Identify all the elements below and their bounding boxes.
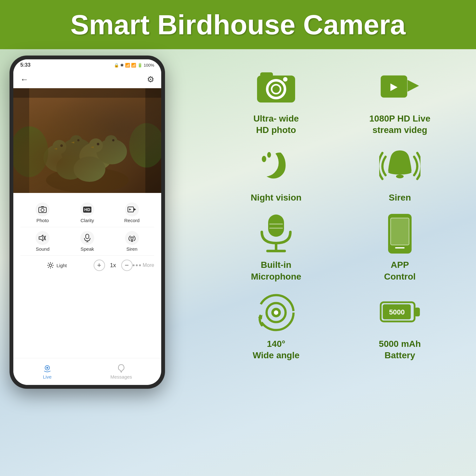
light-inline: Light bbox=[47, 262, 67, 269]
svg-line-48 bbox=[48, 267, 49, 268]
feature-battery: 5000 5000 mAhBattery bbox=[343, 292, 457, 361]
controls-section: Photo HD Clarity bbox=[13, 193, 161, 281]
phone-outer: 5:33 🔒 ✱ 📶 📶 🔋 100% ← ⚙ bbox=[10, 56, 165, 389]
camera-icon-wrap bbox=[255, 67, 297, 108]
zoom-out-button[interactable]: − bbox=[121, 260, 133, 271]
svg-point-50 bbox=[136, 264, 138, 266]
siren-icon bbox=[125, 231, 139, 245]
svg-point-62 bbox=[262, 156, 266, 162]
svg-rect-81 bbox=[414, 307, 420, 316]
svg-rect-27 bbox=[41, 206, 44, 208]
feature-wide-angle: 140°Wide angle bbox=[219, 292, 333, 361]
svg-marker-30 bbox=[129, 208, 131, 210]
svg-point-53 bbox=[46, 367, 48, 369]
siren-icon-wrap bbox=[379, 146, 420, 187]
svg-marker-60 bbox=[407, 80, 419, 92]
svg-point-49 bbox=[133, 264, 135, 266]
svg-line-47 bbox=[52, 263, 53, 264]
wide-angle-label: 140°Wide angle bbox=[253, 338, 300, 361]
battery-icon-wrap: 5000 bbox=[379, 292, 420, 333]
siren-button[interactable]: Siren bbox=[109, 231, 154, 252]
sound-button[interactable]: Sound bbox=[20, 231, 65, 252]
live-label: Live bbox=[43, 374, 52, 380]
app-header: ← ⚙ bbox=[13, 71, 161, 88]
photo-label: Photo bbox=[36, 218, 49, 223]
phone-icon-wrap bbox=[379, 213, 420, 254]
hd-video-label: 1080P HD Livestream videg bbox=[369, 113, 431, 136]
messages-label: Messages bbox=[110, 374, 132, 380]
video-icon-wrap bbox=[379, 67, 420, 108]
more-button[interactable]: More bbox=[133, 262, 154, 268]
svg-marker-31 bbox=[39, 235, 43, 241]
feed-overlay bbox=[13, 88, 161, 193]
header-banner: Smart Birdhouse Camera bbox=[0, 0, 476, 49]
svg-rect-66 bbox=[268, 215, 284, 237]
controls-row-3: Light + 1x − More bbox=[20, 256, 154, 275]
svg-rect-34 bbox=[86, 234, 89, 239]
svg-point-79 bbox=[274, 310, 278, 315]
phone-mockup: 5:33 🔒 ✱ 📶 📶 🔋 100% ← ⚙ bbox=[10, 56, 175, 465]
feature-ultra-wide: Ultra- wideHD photo bbox=[219, 67, 333, 136]
battery-label: 5000 mAhBattery bbox=[379, 338, 421, 361]
clarity-button[interactable]: HD Clarity bbox=[65, 202, 110, 223]
camera-feed bbox=[13, 88, 161, 193]
zoom-controls: + 1x − bbox=[94, 260, 133, 271]
speak-icon bbox=[80, 231, 94, 245]
feature-microphone: Built-inMicrophone bbox=[219, 213, 333, 282]
page-title: Smart Birdhouse Camera bbox=[70, 9, 406, 41]
siren-label: Siren bbox=[126, 246, 137, 252]
svg-point-40 bbox=[49, 264, 52, 267]
zoom-value: 1x bbox=[110, 262, 116, 269]
settings-button[interactable]: ⚙ bbox=[147, 75, 154, 84]
svg-point-58 bbox=[283, 77, 288, 82]
more-label: More bbox=[143, 262, 154, 268]
svg-point-26 bbox=[41, 208, 44, 212]
light-label: Light bbox=[56, 263, 67, 268]
svg-marker-37 bbox=[131, 237, 133, 240]
svg-point-51 bbox=[139, 264, 141, 266]
feature-app-control: APPControl bbox=[343, 213, 457, 282]
record-icon bbox=[125, 202, 139, 216]
clarity-label: Clarity bbox=[81, 218, 94, 223]
feature-siren: Siren bbox=[343, 146, 457, 203]
night-vision-label: Night vision bbox=[251, 192, 301, 203]
live-icon bbox=[43, 364, 52, 373]
svg-rect-72 bbox=[391, 218, 409, 245]
nav-messages[interactable]: Messages bbox=[110, 364, 132, 380]
mic-icon-wrap bbox=[255, 213, 297, 254]
controls-row-2: Sound Speak bbox=[20, 227, 154, 256]
svg-line-46 bbox=[52, 267, 53, 268]
feature-night-vision: Night vision bbox=[219, 146, 333, 203]
sound-icon bbox=[36, 231, 50, 245]
svg-rect-55 bbox=[260, 72, 273, 78]
svg-line-45 bbox=[48, 263, 49, 264]
photo-button[interactable]: Photo bbox=[20, 202, 65, 223]
svg-point-65 bbox=[396, 175, 404, 178]
photo-icon bbox=[36, 202, 50, 216]
controls-row-1: Photo HD Clarity bbox=[20, 199, 154, 227]
sound-label: Sound bbox=[36, 246, 50, 252]
record-button[interactable]: Record bbox=[109, 202, 154, 223]
app-control-label: APPControl bbox=[384, 259, 416, 282]
messages-icon bbox=[117, 364, 125, 373]
status-bar: 5:33 🔒 ✱ 📶 📶 🔋 100% bbox=[13, 59, 161, 71]
features-grid: Ultra- wideHD photo 1080P HD Livestream … bbox=[206, 54, 470, 374]
svg-point-63 bbox=[267, 152, 271, 158]
siren-label-feature: Siren bbox=[389, 192, 411, 203]
ultra-wide-label: Ultra- wideHD photo bbox=[253, 113, 299, 136]
back-button[interactable]: ← bbox=[20, 75, 29, 84]
clarity-icon: HD bbox=[80, 202, 94, 216]
speak-button[interactable]: Speak bbox=[65, 231, 110, 252]
microphone-label: Built-inMicrophone bbox=[251, 259, 301, 282]
nav-live[interactable]: Live bbox=[43, 364, 52, 380]
speak-label: Speak bbox=[81, 246, 94, 252]
wideangle-icon-wrap bbox=[255, 292, 297, 333]
feature-hd-video: 1080P HD Livestream videg bbox=[343, 67, 457, 136]
status-time: 5:33 bbox=[20, 62, 30, 68]
svg-marker-29 bbox=[134, 208, 136, 211]
light-button[interactable]: Light bbox=[20, 262, 94, 269]
zoom-in-button[interactable]: + bbox=[94, 260, 105, 271]
bottom-nav: Live Messages bbox=[13, 358, 161, 385]
svg-text:5000: 5000 bbox=[389, 308, 405, 316]
status-icons: 🔒 ✱ 📶 📶 🔋 100% bbox=[114, 63, 154, 68]
